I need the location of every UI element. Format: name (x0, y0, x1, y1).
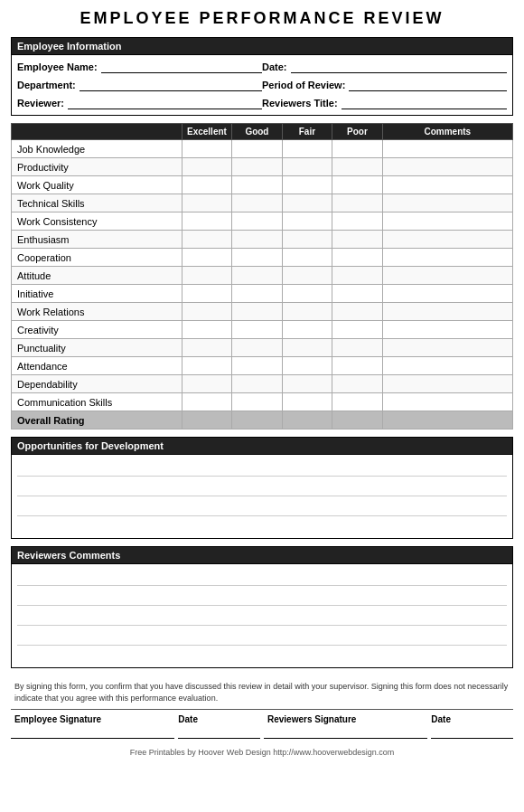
overall-rating-cell (282, 411, 332, 430)
rating-cell (232, 303, 283, 321)
rating-cell (282, 375, 332, 393)
rating-cell (382, 231, 512, 249)
reviewer-date-label: Date (431, 714, 451, 724)
reviewers-title-label: Reviewers Title: (262, 98, 338, 109)
rating-cell (182, 249, 232, 267)
comment-line (17, 626, 507, 646)
rating-cell (282, 140, 332, 158)
rating-cell (382, 303, 512, 321)
category-cell: Work Consistency (12, 212, 182, 231)
department-line (80, 79, 262, 91)
category-cell: Work Quality (12, 176, 182, 194)
table-row: Communication Skills (12, 393, 513, 411)
period-label: Period of Review: (262, 80, 345, 90)
category-cell: Technical Skills (12, 194, 182, 212)
period-line (349, 79, 507, 91)
rating-cell (232, 357, 283, 375)
table-row: Work Quality (12, 176, 513, 194)
opportunity-line (17, 457, 507, 477)
reviewer-label: Reviewer: (17, 98, 64, 109)
reviewers-comments-header: Reviewers Comments (12, 547, 512, 564)
rating-cell (232, 194, 283, 212)
employee-sig-label: Employee Signature (11, 714, 101, 724)
reviewers-comments-section: Reviewers Comments (11, 546, 513, 668)
table-row: Attitude (12, 267, 513, 285)
employee-sig-line (11, 724, 174, 739)
rating-cell (182, 231, 232, 249)
rating-cell (282, 285, 332, 303)
date-line (291, 61, 507, 73)
category-cell: Punctuality (12, 339, 182, 357)
employee-sig-col: Employee Signature (11, 713, 174, 739)
rating-cell (382, 194, 512, 212)
employee-date-label: Date (178, 714, 198, 724)
rating-cell (332, 176, 383, 194)
employee-date-col: Date (178, 713, 260, 739)
rating-cell (332, 393, 383, 411)
rating-cell (382, 249, 512, 267)
table-row: Attendance (12, 357, 513, 375)
rating-cell (182, 339, 232, 357)
table-row: Productivity (12, 158, 513, 176)
category-cell: Initiative (12, 285, 182, 303)
rating-cell (182, 194, 232, 212)
table-row: Enthusiasm (12, 231, 513, 249)
signature-row: Employee Signature Date Reviewers Signat… (11, 709, 513, 742)
opportunity-line (17, 496, 507, 516)
category-cell: Dependability (12, 375, 182, 393)
category-cell: Creativity (12, 321, 182, 339)
rating-cell (282, 231, 332, 249)
reviewer-sig-label: Reviewers Signature (264, 714, 356, 724)
rating-cell (232, 212, 283, 231)
rating-cell (332, 158, 383, 176)
rating-cell (332, 339, 383, 357)
rating-cell (332, 285, 383, 303)
rating-cell (232, 249, 283, 267)
rating-cell (232, 321, 283, 339)
disclaimer-text: By signing this form, you confirm that y… (11, 675, 513, 709)
rating-cell (382, 212, 512, 231)
rating-cell (182, 140, 232, 158)
category-cell: Productivity (12, 158, 182, 176)
reviewer-sig-line (264, 724, 427, 739)
rating-cell (282, 212, 332, 231)
opportunities-header: Opportunities for Development (12, 438, 512, 455)
rating-cell (282, 194, 332, 212)
rating-cell (382, 375, 512, 393)
category-cell: Attendance (12, 357, 182, 375)
category-cell: Cooperation (12, 249, 182, 267)
rating-cell (182, 393, 232, 411)
col-header-comments: Comments (382, 124, 512, 140)
comment-line (17, 586, 507, 606)
table-row: Dependability (12, 375, 513, 393)
col-header-poor: Poor (332, 124, 383, 140)
rating-cell (282, 357, 332, 375)
rating-cell (232, 267, 283, 285)
rating-cell (182, 158, 232, 176)
rating-cell (382, 393, 512, 411)
category-cell: Job Knowledge (12, 140, 182, 158)
performance-table: Excellent Good Fair Poor Comments Job Kn… (11, 123, 513, 430)
col-header-fair: Fair (282, 124, 332, 140)
overall-rating-cell (382, 411, 512, 430)
rating-cell (232, 393, 283, 411)
table-row: Work Relations (12, 303, 513, 321)
rating-cell (332, 140, 383, 158)
rating-cell (182, 285, 232, 303)
comment-line (17, 646, 507, 666)
rating-cell (232, 231, 283, 249)
date-label: Date: (262, 61, 287, 72)
overall-rating-cell (232, 411, 283, 430)
rating-cell (282, 303, 332, 321)
rating-cell (232, 285, 283, 303)
reviewers-title-line (342, 97, 507, 109)
overall-rating-row: Overall Rating (12, 411, 513, 430)
employee-info-section: Employee Information Employee Name: Date… (11, 37, 513, 116)
rating-cell (282, 321, 332, 339)
rating-cell (232, 339, 283, 357)
rating-cell (232, 375, 283, 393)
rating-cell (182, 303, 232, 321)
rating-cell (182, 267, 232, 285)
rating-cell (182, 176, 232, 194)
rating-cell (282, 176, 332, 194)
